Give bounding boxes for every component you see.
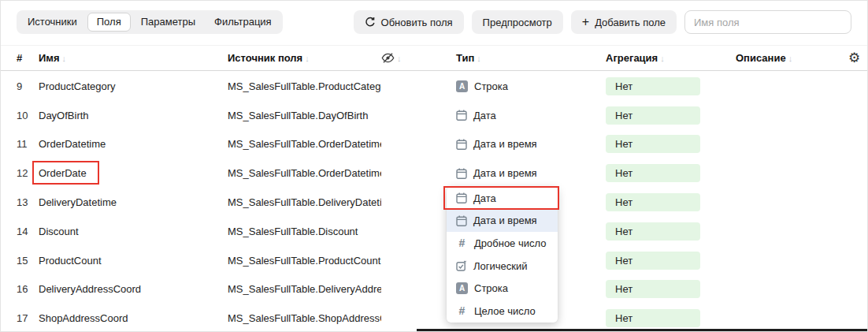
row-index: 15 xyxy=(17,255,39,267)
type-option-boolean[interactable]: Логический xyxy=(447,255,558,278)
table-row: 13 DeliveryDatetime MS_SalesFullTable.De… xyxy=(1,188,867,217)
option-label: Дробное число xyxy=(474,237,546,249)
aggregation-pill[interactable]: Нет xyxy=(606,252,700,270)
field-name: ProductCategory xyxy=(39,80,116,92)
field-type-label: Дата и время xyxy=(473,167,537,179)
field-name-cell[interactable]: ProductCategory xyxy=(39,80,228,92)
refresh-fields-button[interactable]: Обновить поля xyxy=(354,10,464,34)
aggregation-cell: Нет xyxy=(606,193,736,211)
tab-filtering[interactable]: Фильтрация xyxy=(206,13,280,32)
tab-bar: Источники Поля Параметры Фильтрация xyxy=(17,10,283,34)
field-source-cell[interactable]: MS_SalesFullTable.ProductCategory xyxy=(228,80,381,92)
field-source-cell[interactable]: MS_SalesFullTable.ShopAddressCoord xyxy=(228,312,381,324)
col-index: # xyxy=(17,52,39,64)
sort-icon[interactable]: ↓ xyxy=(477,54,481,63)
option-label: Логический xyxy=(473,260,527,272)
field-name: DayOfBirth xyxy=(39,110,89,121)
field-name-input[interactable] xyxy=(684,10,851,34)
sort-icon[interactable]: ↓ xyxy=(788,54,793,63)
field-source-cell[interactable]: MS_SalesFullTable.OrderDatetime xyxy=(228,138,381,150)
preview-button[interactable]: Предпросмотр xyxy=(472,10,563,34)
field-type-cell[interactable]: A Строка xyxy=(456,80,606,92)
option-label: Строка xyxy=(474,282,508,294)
field-type-cell[interactable]: Дата и время xyxy=(456,138,606,150)
row-index: 14 xyxy=(17,226,39,237)
field-name-cell[interactable]: DeliveryDatetime xyxy=(39,196,228,208)
aggregation-pill[interactable]: Нет xyxy=(606,222,700,241)
col-description[interactable]: Описание ↓ xyxy=(736,52,842,64)
aggregation-cell: Нет xyxy=(606,252,736,270)
tab-fields[interactable]: Поля xyxy=(87,13,131,32)
field-type-cell[interactable]: Дата xyxy=(456,110,606,121)
calendar-icon xyxy=(456,192,467,203)
sort-icon[interactable]: ↓ xyxy=(660,54,665,63)
field-name-cell[interactable]: ProductCount xyxy=(39,255,228,267)
field-type-label: Строка xyxy=(474,80,508,92)
field-name-cell[interactable]: OrderDatetime xyxy=(39,138,228,150)
table-row: 10 DayOfBirth MS_SalesFullTable.DayOfBir… xyxy=(1,101,867,130)
type-option-integer[interactable]: # Целое число xyxy=(447,300,558,323)
aggregation-pill[interactable]: Нет xyxy=(606,280,700,298)
type-option-datetime[interactable]: Дата и время xyxy=(447,210,558,233)
field-name: DeliveryAddressCoord xyxy=(39,283,141,295)
table-row: 11 OrderDatetime MS_SalesFullTable.Order… xyxy=(1,130,867,159)
option-label: Целое число xyxy=(474,305,536,317)
aggregation-cell: Нет xyxy=(606,164,736,182)
table-row: 14 Discount MS_SalesFullTable.Discount Н… xyxy=(1,217,867,246)
field-type-label: Дата и время xyxy=(473,138,537,150)
aggregation-pill[interactable]: Нет xyxy=(606,106,700,125)
aggregation-cell: Нет xyxy=(606,280,736,298)
aggregation-pill[interactable]: Нет xyxy=(606,135,700,153)
table-row: 9 ProductCategory MS_SalesFullTable.Prod… xyxy=(1,72,867,101)
aggregation-pill[interactable]: Нет xyxy=(606,77,700,95)
row-index: 16 xyxy=(17,283,39,295)
aggregation-pill[interactable]: Нет xyxy=(606,309,700,327)
sort-icon[interactable]: ↓ xyxy=(62,54,67,63)
table-row: 17 ShopAddressCoord MS_SalesFullTable.Sh… xyxy=(1,304,867,332)
field-name: OrderDate xyxy=(39,167,87,179)
string-type-icon: A xyxy=(456,282,468,294)
col-settings: ⚙ xyxy=(842,51,860,65)
field-name-cell[interactable]: Discount xyxy=(39,226,228,237)
type-option-date[interactable]: Дата xyxy=(447,187,558,210)
aggregation-cell: Нет xyxy=(606,222,736,241)
field-source-cell[interactable]: MS_SalesFullTable.Discount xyxy=(228,226,381,237)
preview-label: Предпросмотр xyxy=(483,17,552,28)
field-type-cell[interactable]: Дата и время xyxy=(456,167,606,179)
field-source-cell[interactable]: MS_SalesFullTable.DeliveryDatetime xyxy=(228,196,381,208)
field-name-cell[interactable]: OrderDate xyxy=(39,167,228,179)
col-name[interactable]: Имя ↓ xyxy=(39,52,228,64)
field-name-cell[interactable]: DayOfBirth xyxy=(39,110,228,121)
type-option-string[interactable]: A Строка xyxy=(447,277,558,300)
field-name: Discount xyxy=(39,226,79,237)
type-option-float[interactable]: # Дробное число xyxy=(447,232,558,255)
aggregation-pill[interactable]: Нет xyxy=(606,193,700,211)
field-name-cell[interactable]: ShopAddressCoord xyxy=(39,312,228,324)
refresh-icon xyxy=(365,17,376,28)
gear-icon[interactable]: ⚙ xyxy=(848,51,860,65)
field-source-cell[interactable]: MS_SalesFullTable.ProductCount xyxy=(228,255,381,267)
field-source-cell[interactable]: MS_SalesFullTable.DayOfBirth xyxy=(228,110,381,121)
add-field-label: Добавить поле xyxy=(595,17,666,28)
aggregation-cell: Нет xyxy=(606,135,736,153)
tab-sources[interactable]: Источники xyxy=(19,13,86,32)
sort-icon[interactable]: ↓ xyxy=(305,54,310,63)
col-source[interactable]: Источник поля ↓ xyxy=(228,52,381,64)
aggregation-pill[interactable]: Нет xyxy=(606,164,700,182)
option-label: Дата xyxy=(473,192,496,204)
field-source-cell[interactable]: MS_SalesFullTable.OrderDatetime xyxy=(228,167,381,179)
col-aggregation[interactable]: Агрегация ↓ xyxy=(606,52,736,64)
col-visibility[interactable]: ↓ xyxy=(381,52,456,64)
aggregation-cell: Нет xyxy=(606,309,736,327)
field-name-cell[interactable]: DeliveryAddressCoord xyxy=(39,283,228,295)
sort-icon[interactable]: ↓ xyxy=(397,54,402,63)
hash-icon: # xyxy=(456,237,468,249)
table-header: # Имя ↓ Источник поля ↓ ↓ Тип ↓ Агрегаци… xyxy=(1,45,867,71)
eye-crossed-icon xyxy=(381,52,395,64)
field-type-label: Дата xyxy=(473,110,496,121)
add-field-button[interactable]: + Добавить поле xyxy=(571,10,677,34)
tab-parameters[interactable]: Параметры xyxy=(132,13,204,32)
field-source-cell[interactable]: MS_SalesFullTable.DeliveryAddressCoord xyxy=(228,283,381,295)
aggregation-cell: Нет xyxy=(606,106,736,125)
col-type[interactable]: Тип ↓ xyxy=(456,52,606,64)
